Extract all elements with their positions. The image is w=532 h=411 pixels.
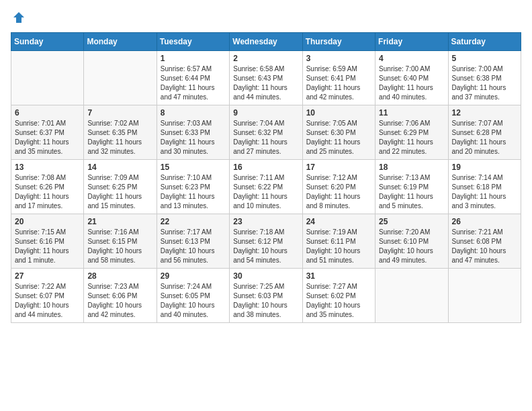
day-cell: 9Sunrise: 7:04 AM Sunset: 6:32 PM Daylig… [230, 105, 302, 160]
day-number: 28 [87, 271, 152, 281]
day-info: Sunrise: 6:57 AM Sunset: 6:44 PM Dayligh… [161, 64, 226, 102]
day-number: 26 [452, 217, 517, 226]
week-row-5: 27Sunrise: 7:22 AM Sunset: 6:07 PM Dayli… [11, 269, 521, 323]
logo-icon [12, 11, 26, 24]
day-number: 19 [452, 163, 517, 172]
col-header-thursday: Thursday [302, 33, 375, 51]
day-info: Sunrise: 7:23 AM Sunset: 6:06 PM Dayligh… [87, 282, 152, 320]
day-info: Sunrise: 7:13 AM Sunset: 6:19 PM Dayligh… [379, 173, 444, 211]
day-info: Sunrise: 7:05 AM Sunset: 6:30 PM Dayligh… [306, 119, 371, 156]
day-cell [375, 269, 448, 323]
day-info: Sunrise: 7:11 AM Sunset: 6:22 PM Dayligh… [233, 173, 298, 211]
day-cell: 28Sunrise: 7:23 AM Sunset: 6:06 PM Dayli… [84, 269, 157, 323]
day-info: Sunrise: 7:21 AM Sunset: 6:08 PM Dayligh… [452, 228, 517, 265]
day-info: Sunrise: 7:02 AM Sunset: 6:35 PM Dayligh… [87, 119, 152, 156]
day-number: 1 [161, 54, 226, 63]
day-cell: 23Sunrise: 7:18 AM Sunset: 6:12 PM Dayli… [230, 214, 302, 269]
day-cell: 4Sunrise: 7:00 AM Sunset: 6:40 PM Daylig… [375, 51, 448, 105]
day-number: 3 [306, 54, 371, 63]
day-info: Sunrise: 7:25 AM Sunset: 6:03 PM Dayligh… [233, 282, 298, 320]
day-info: Sunrise: 7:06 AM Sunset: 6:29 PM Dayligh… [379, 119, 444, 156]
day-info: Sunrise: 7:07 AM Sunset: 6:28 PM Dayligh… [452, 119, 517, 156]
day-cell: 16Sunrise: 7:11 AM Sunset: 6:22 PM Dayli… [230, 160, 302, 214]
day-info: Sunrise: 6:58 AM Sunset: 6:43 PM Dayligh… [233, 64, 298, 102]
day-number: 4 [379, 54, 444, 63]
day-cell: 21Sunrise: 7:16 AM Sunset: 6:15 PM Dayli… [84, 214, 157, 269]
day-info: Sunrise: 7:01 AM Sunset: 6:37 PM Dayligh… [15, 119, 80, 156]
day-cell: 12Sunrise: 7:07 AM Sunset: 6:28 PM Dayli… [448, 105, 521, 160]
day-number: 30 [233, 271, 298, 281]
day-number: 21 [87, 217, 152, 226]
day-cell: 29Sunrise: 7:24 AM Sunset: 6:05 PM Dayli… [157, 269, 229, 323]
day-number: 8 [161, 108, 226, 118]
day-number: 18 [379, 163, 444, 172]
day-cell: 18Sunrise: 7:13 AM Sunset: 6:19 PM Dayli… [375, 160, 448, 214]
day-number: 13 [15, 163, 80, 172]
day-info: Sunrise: 6:59 AM Sunset: 6:41 PM Dayligh… [306, 64, 371, 102]
day-cell: 25Sunrise: 7:20 AM Sunset: 6:10 PM Dayli… [375, 214, 448, 269]
day-cell: 30Sunrise: 7:25 AM Sunset: 6:03 PM Dayli… [230, 269, 302, 323]
day-info: Sunrise: 7:15 AM Sunset: 6:16 PM Dayligh… [15, 228, 80, 265]
day-cell: 14Sunrise: 7:09 AM Sunset: 6:25 PM Dayli… [84, 160, 157, 214]
day-info: Sunrise: 7:17 AM Sunset: 6:13 PM Dayligh… [161, 228, 226, 265]
day-info: Sunrise: 7:16 AM Sunset: 6:15 PM Dayligh… [87, 228, 152, 265]
day-number: 22 [161, 217, 226, 226]
col-header-tuesday: Tuesday [157, 33, 229, 51]
day-cell [84, 51, 157, 105]
day-cell: 10Sunrise: 7:05 AM Sunset: 6:30 PM Dayli… [302, 105, 375, 160]
day-cell [448, 269, 521, 323]
day-number: 9 [233, 108, 298, 118]
day-number: 14 [87, 163, 152, 172]
calendar-table: SundayMondayTuesdayWednesdayThursdayFrid… [11, 32, 521, 323]
day-info: Sunrise: 7:19 AM Sunset: 6:11 PM Dayligh… [306, 228, 371, 265]
day-info: Sunrise: 7:20 AM Sunset: 6:10 PM Dayligh… [379, 228, 444, 265]
day-number: 6 [15, 108, 80, 118]
day-cell: 22Sunrise: 7:17 AM Sunset: 6:13 PM Dayli… [157, 214, 229, 269]
week-row-2: 6Sunrise: 7:01 AM Sunset: 6:37 PM Daylig… [11, 105, 521, 160]
day-info: Sunrise: 7:08 AM Sunset: 6:26 PM Dayligh… [15, 173, 80, 211]
day-cell: 17Sunrise: 7:12 AM Sunset: 6:20 PM Dayli… [302, 160, 375, 214]
day-info: Sunrise: 7:10 AM Sunset: 6:23 PM Dayligh… [161, 173, 226, 211]
day-number: 7 [87, 108, 152, 118]
day-cell: 1Sunrise: 6:57 AM Sunset: 6:44 PM Daylig… [157, 51, 229, 105]
logo [11, 11, 26, 24]
day-cell: 24Sunrise: 7:19 AM Sunset: 6:11 PM Dayli… [302, 214, 375, 269]
day-cell: 19Sunrise: 7:14 AM Sunset: 6:18 PM Dayli… [448, 160, 521, 214]
day-number: 27 [15, 271, 80, 281]
week-row-3: 13Sunrise: 7:08 AM Sunset: 6:26 PM Dayli… [11, 160, 521, 214]
day-info: Sunrise: 7:24 AM Sunset: 6:05 PM Dayligh… [161, 282, 226, 320]
day-cell: 11Sunrise: 7:06 AM Sunset: 6:29 PM Dayli… [375, 105, 448, 160]
col-header-saturday: Saturday [448, 33, 521, 51]
day-cell: 20Sunrise: 7:15 AM Sunset: 6:16 PM Dayli… [11, 214, 84, 269]
day-number: 31 [306, 271, 371, 281]
day-cell: 6Sunrise: 7:01 AM Sunset: 6:37 PM Daylig… [11, 105, 84, 160]
col-header-sunday: Sunday [11, 33, 84, 51]
day-info: Sunrise: 7:04 AM Sunset: 6:32 PM Dayligh… [233, 119, 298, 156]
svg-marker-0 [13, 12, 24, 23]
col-header-wednesday: Wednesday [230, 33, 302, 51]
day-info: Sunrise: 7:00 AM Sunset: 6:40 PM Dayligh… [379, 64, 444, 102]
day-cell: 26Sunrise: 7:21 AM Sunset: 6:08 PM Dayli… [448, 214, 521, 269]
day-number: 16 [233, 163, 298, 172]
day-cell: 27Sunrise: 7:22 AM Sunset: 6:07 PM Dayli… [11, 269, 84, 323]
day-cell [11, 51, 84, 105]
day-number: 2 [233, 54, 298, 63]
day-number: 20 [15, 217, 80, 226]
day-number: 17 [306, 163, 371, 172]
day-info: Sunrise: 7:03 AM Sunset: 6:33 PM Dayligh… [161, 119, 226, 156]
day-cell: 13Sunrise: 7:08 AM Sunset: 6:26 PM Dayli… [11, 160, 84, 214]
day-number: 15 [161, 163, 226, 172]
day-info: Sunrise: 7:14 AM Sunset: 6:18 PM Dayligh… [452, 173, 517, 211]
day-info: Sunrise: 7:22 AM Sunset: 6:07 PM Dayligh… [15, 282, 80, 320]
page-header [11, 11, 521, 24]
day-cell: 5Sunrise: 7:00 AM Sunset: 6:38 PM Daylig… [448, 51, 521, 105]
day-number: 10 [306, 108, 371, 118]
day-info: Sunrise: 7:00 AM Sunset: 6:38 PM Dayligh… [452, 64, 517, 102]
day-number: 24 [306, 217, 371, 226]
col-header-friday: Friday [375, 33, 448, 51]
day-cell: 2Sunrise: 6:58 AM Sunset: 6:43 PM Daylig… [230, 51, 302, 105]
day-cell: 8Sunrise: 7:03 AM Sunset: 6:33 PM Daylig… [157, 105, 229, 160]
week-row-4: 20Sunrise: 7:15 AM Sunset: 6:16 PM Dayli… [11, 214, 521, 269]
week-row-1: 1Sunrise: 6:57 AM Sunset: 6:44 PM Daylig… [11, 51, 521, 105]
day-cell: 7Sunrise: 7:02 AM Sunset: 6:35 PM Daylig… [84, 105, 157, 160]
